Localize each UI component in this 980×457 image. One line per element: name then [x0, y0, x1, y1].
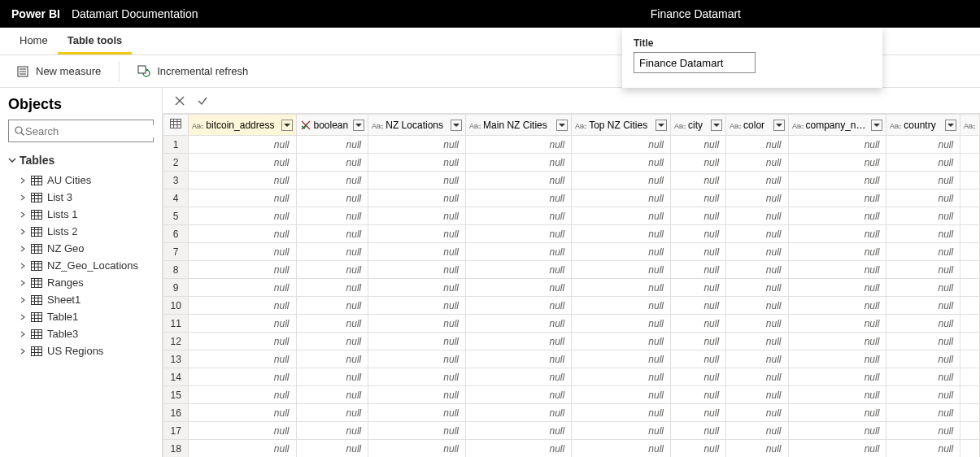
cell[interactable]: null — [189, 207, 296, 225]
cell[interactable]: null — [368, 315, 466, 333]
column-header-color[interactable]: ABCcolor — [726, 115, 788, 136]
sidebar-item-ranges[interactable]: Ranges — [8, 274, 154, 291]
column-filter-button[interactable] — [711, 120, 722, 131]
cell[interactable]: null — [726, 386, 788, 404]
column-header-nz-locations[interactable]: ABCNZ Locations — [368, 115, 466, 136]
cell[interactable]: null — [189, 315, 296, 333]
cell[interactable]: null — [726, 422, 788, 440]
table-row[interactable]: 6nullnullnullnullnullnullnullnullnull — [163, 225, 980, 243]
cell[interactable]: null — [788, 404, 886, 422]
cell[interactable]: null — [726, 261, 788, 279]
cell[interactable] — [960, 386, 980, 404]
cancel-button[interactable] — [171, 92, 189, 110]
cell[interactable]: null — [886, 172, 960, 189]
cell[interactable]: null — [670, 243, 725, 261]
cell[interactable] — [960, 189, 980, 207]
column-filter-button[interactable] — [773, 120, 785, 131]
cell[interactable]: null — [189, 368, 296, 386]
cell[interactable]: null — [726, 172, 788, 189]
objects-search[interactable] — [8, 120, 154, 142]
cell[interactable]: null — [670, 225, 725, 243]
cell[interactable]: null — [296, 315, 368, 333]
cell[interactable]: null — [670, 172, 725, 189]
cell[interactable]: null — [572, 422, 671, 440]
sidebar-item-lists-1[interactable]: Lists 1 — [8, 206, 154, 223]
cell[interactable]: null — [886, 315, 960, 333]
cell[interactable]: null — [296, 279, 368, 297]
cell[interactable]: null — [788, 136, 886, 154]
cell[interactable]: null — [726, 404, 788, 422]
column-header-main-nz-cities[interactable]: ABCMain NZ Cities — [466, 115, 572, 136]
cell[interactable]: null — [368, 386, 466, 404]
cell[interactable]: null — [886, 350, 960, 368]
cell[interactable]: null — [788, 315, 886, 333]
cell[interactable]: null — [189, 386, 296, 404]
cell[interactable]: null — [296, 440, 368, 458]
cell[interactable] — [960, 225, 980, 243]
cell[interactable]: null — [572, 297, 671, 315]
cell[interactable]: null — [189, 225, 296, 243]
cell[interactable]: null — [788, 279, 886, 297]
cell[interactable]: null — [788, 350, 886, 368]
cell[interactable]: null — [886, 404, 960, 422]
cell[interactable]: null — [466, 136, 572, 154]
cell[interactable]: null — [572, 243, 671, 261]
table-row[interactable]: 2nullnullnullnullnullnullnullnullnull — [163, 154, 980, 172]
cell[interactable]: null — [466, 386, 572, 404]
cell[interactable]: null — [572, 333, 671, 350]
cell[interactable]: null — [726, 279, 788, 297]
cell[interactable]: null — [368, 225, 466, 243]
cell[interactable]: null — [296, 136, 368, 154]
table-row[interactable]: 16nullnullnullnullnullnullnullnullnull — [163, 404, 980, 422]
sidebar-item-us-regions[interactable]: US Regions — [8, 342, 154, 359]
cell[interactable]: null — [886, 207, 960, 225]
cell[interactable]: null — [788, 154, 886, 172]
cell[interactable]: null — [726, 350, 788, 368]
cell[interactable]: null — [466, 440, 572, 458]
cell[interactable]: null — [466, 297, 572, 315]
cell[interactable] — [960, 261, 980, 279]
cell[interactable]: null — [572, 440, 671, 458]
column-header-country[interactable]: ABCcountry — [886, 115, 960, 136]
tab-table-tools[interactable]: Table tools — [58, 28, 133, 54]
cell[interactable]: null — [466, 189, 572, 207]
cell[interactable] — [960, 207, 980, 225]
cell[interactable]: null — [788, 207, 886, 225]
cell[interactable]: null — [189, 350, 296, 368]
table-row[interactable]: 1nullnullnullnullnullnullnullnullnull — [163, 136, 980, 154]
cell[interactable]: null — [726, 440, 788, 458]
tab-home[interactable]: Home — [10, 28, 58, 54]
cell[interactable]: null — [726, 333, 788, 350]
cell[interactable]: null — [466, 333, 572, 350]
cell[interactable]: null — [886, 225, 960, 243]
cell[interactable]: null — [368, 189, 466, 207]
cell[interactable]: null — [368, 422, 466, 440]
table-row[interactable]: 14nullnullnullnullnullnullnullnullnull — [163, 368, 980, 386]
cell[interactable]: null — [726, 189, 788, 207]
table-row[interactable]: 8nullnullnullnullnullnullnullnullnull — [163, 261, 980, 279]
cell[interactable]: null — [726, 207, 788, 225]
cell[interactable]: null — [726, 315, 788, 333]
cell[interactable]: null — [296, 386, 368, 404]
cell[interactable] — [960, 422, 980, 440]
cell[interactable]: null — [189, 172, 296, 189]
sidebar-item-table3[interactable]: Table3 — [8, 325, 154, 342]
cell[interactable]: null — [466, 154, 572, 172]
cell[interactable]: null — [670, 154, 725, 172]
cell[interactable]: null — [670, 297, 725, 315]
cell[interactable]: null — [466, 404, 572, 422]
cell[interactable] — [960, 404, 980, 422]
column-header-more[interactable]: ABC — [960, 115, 980, 136]
cell[interactable]: null — [886, 297, 960, 315]
cell[interactable]: null — [788, 225, 886, 243]
cell[interactable]: null — [368, 440, 466, 458]
column-header-company-n-[interactable]: ABCcompany_n… — [788, 115, 886, 136]
sidebar-item-list-3[interactable]: List 3 — [8, 189, 154, 206]
cell[interactable]: null — [670, 350, 725, 368]
cell[interactable]: null — [886, 386, 960, 404]
table-row[interactable]: 10nullnullnullnullnullnullnullnullnull — [163, 297, 980, 315]
cell[interactable]: null — [296, 422, 368, 440]
cell[interactable]: null — [466, 261, 572, 279]
cell[interactable]: null — [886, 189, 960, 207]
cell[interactable]: null — [886, 279, 960, 297]
